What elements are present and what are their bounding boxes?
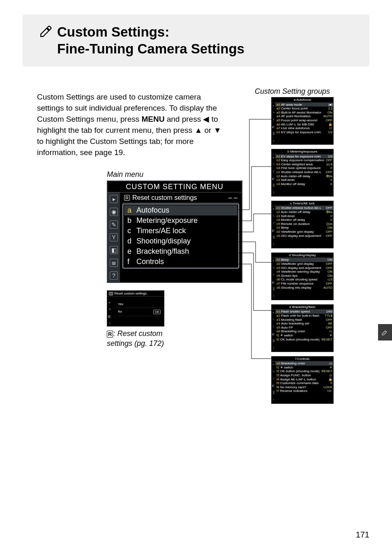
row-code: d2: [277, 230, 280, 234]
row-name: Self-timer: [281, 178, 295, 182]
group-title: b Metering/exposure: [272, 149, 333, 155]
tab-icon: Y: [272, 325, 274, 329]
tab-icon: ▸: [273, 363, 274, 366]
row-name: Auto bracketing set: [281, 322, 309, 325]
row-code: e5: [277, 326, 280, 329]
group-list: b1EV steps for exposure cntrl.1/3b2Easy …: [275, 155, 333, 196]
row-code: a3: [277, 111, 280, 114]
row-value: ON: [327, 226, 332, 230]
tab-icon: ≣: [272, 340, 275, 343]
row-name: CL mode shooting speed: [281, 278, 318, 281]
tab-icon: ✎: [272, 370, 275, 373]
row-value: ▯1m: [326, 222, 332, 226]
group-row: f7Reverse indicators+0−: [275, 389, 333, 393]
row-code: a4: [277, 114, 280, 118]
row-value: ⦿6s: [326, 174, 332, 178]
row-value: OFF: [326, 230, 332, 234]
row-code: f6: [277, 385, 279, 389]
row-code: b1: [277, 155, 280, 158]
row-value: ⎚: [330, 166, 332, 170]
row-code: f2: [277, 338, 279, 341]
group-title: e Bracketing/flash: [272, 305, 333, 310]
row-code: c1: [277, 206, 280, 210]
group-row: b4Fine tune optimal exposure⎚: [275, 166, 333, 170]
row-value: ▭: [329, 373, 332, 378]
tab-icon: Y: [272, 377, 274, 380]
row-value: OFF: [326, 234, 332, 238]
group-tab-sidebar: ▸✎Y◧≣?: [272, 155, 275, 196]
group-list: c1Shutter-release button AE-LOFFc2Auto m…: [275, 206, 333, 248]
edge-tab-icon: [378, 324, 392, 341]
row-value: ⎚: [330, 381, 332, 385]
group-row: b2Easy exposure compensationOFF: [275, 158, 333, 162]
tab-icon: ▸: [273, 207, 274, 211]
group-row: b1EV steps for exposure cntrl.1/3: [275, 155, 333, 159]
group-screenshots-column: a Autofocus▸✎Y◧≣?a1AF-area mode[■]a2Cent…: [271, 97, 334, 404]
group-row: d3ISO display and adjustmentOFF: [275, 234, 333, 238]
group-screenshot-1: b Metering/exposure▸✎Y◧≣?b1EV steps for …: [271, 149, 334, 197]
tab-icon: ▸: [273, 259, 274, 262]
group-row: f6No memory card?LOCK: [275, 385, 333, 389]
reset-dialog-screenshot: R Reset custom settings ▸ ✎ ◧ ? Yes No O…: [107, 290, 164, 327]
playback-tab-icon: ▸: [109, 301, 111, 304]
page-header: Custom Settings: Fine-Tuning Camera Sett…: [23, 14, 369, 67]
row-value: [■]: [329, 103, 332, 107]
row-code: c4: [277, 218, 280, 222]
group-list: d1BeepONd2Viewfinder grid displayOFFd3IS…: [275, 258, 333, 299]
tab-icon: Y: [272, 170, 274, 173]
group-row: f1✶ switch✳: [275, 334, 333, 338]
item-label: Timers/AE lock: [136, 227, 186, 235]
row-code: a5: [277, 118, 280, 122]
group-title: a Autofocus: [272, 97, 333, 103]
row-value: ▭: [329, 361, 332, 366]
row-name: Auto FP: [281, 326, 293, 329]
group-screenshot-3: d Shooting/display▸✎Y◧≣?d1BeepONd2Viewfi…: [271, 253, 334, 300]
intro-paragraph: Custom Settings are used to customize ca…: [37, 91, 226, 158]
group-row: d5Screen tipsON: [275, 274, 333, 278]
group-title: f Controls: [272, 357, 333, 362]
row-code: e2: [277, 314, 280, 317]
groups-caption: Custom Setting groups: [255, 87, 330, 96]
tab-icon: Y: [272, 273, 274, 277]
group-row: c1Shutter-release button AE-LOFF: [275, 206, 333, 210]
tab-icon: ▸: [273, 104, 274, 107]
reset-caption: R: Reset custom settings (pg. 172): [107, 329, 173, 348]
group-row: c1Shutter-release button AE-LOFF: [275, 170, 333, 174]
row-name: Remote on duration: [281, 222, 309, 226]
group-row: c4Monitor off delay⎚: [275, 218, 333, 222]
row-name: OK button (shooting mode): [280, 338, 320, 341]
row-value: [□]: [329, 107, 332, 111]
group-row: e4Auto bracketing setAE: [275, 322, 333, 326]
intro-text: and press: [164, 115, 203, 123]
group-row: c2Auto meter-off delay⦿6s: [275, 174, 333, 178]
reset-option-yes: Yes: [114, 301, 162, 308]
group-row: d4Viewfinder warning displayON: [275, 270, 333, 274]
row-code: a7: [277, 126, 280, 130]
row-value: ⎚: [330, 178, 332, 182]
row-name: Focus point wrap-around: [281, 118, 318, 122]
row-value: ▭: [329, 329, 332, 334]
row-code: d7: [277, 282, 280, 285]
row-name: ✶ switch: [280, 334, 293, 337]
group-row: d2Viewfinder grid displayOFF: [275, 230, 333, 234]
title-line1: Custom Settings:: [57, 24, 169, 39]
row-value: TTL$: [325, 314, 332, 318]
reset-dialog-title: Reset custom settings: [114, 292, 147, 295]
tab-icon: ◧: [272, 384, 275, 387]
main-menu-item-e: eBracketing/flash: [124, 246, 238, 257]
group-row: c4Monitor off delay⎚: [275, 182, 333, 186]
row-value: RESET: [321, 338, 332, 342]
tab-icon: Y: [272, 222, 274, 225]
group-row: e3Modeling flashOFF: [275, 318, 333, 322]
row-value: ON: [327, 111, 332, 115]
retouch-tab-icon: ◧: [108, 315, 111, 318]
group-row: a6AE-L/AF-L for MB-D80🔒: [275, 123, 333, 127]
row-value: OFF: [326, 206, 332, 210]
title-line2: Fine-Tuning Camera Settings: [57, 41, 244, 56]
row-code: c5: [277, 222, 280, 226]
row-code: c4: [277, 182, 280, 186]
row-value: (•) 8: [326, 162, 332, 167]
row-name: Bracketing order: [281, 361, 305, 365]
connector-lines: [237, 111, 276, 387]
tab-icon: ▸: [273, 156, 274, 159]
